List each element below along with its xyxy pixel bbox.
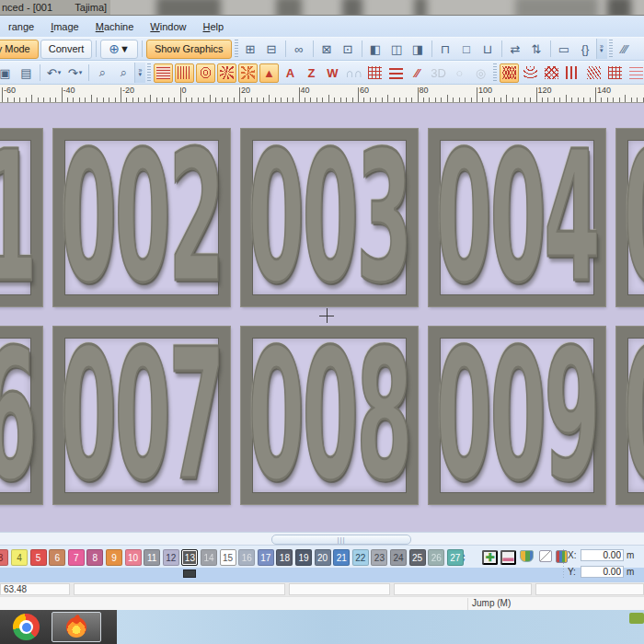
embroidery-patch-009[interactable]: 009 <box>429 327 605 504</box>
embroidery-patch-001[interactable]: 001 <box>0 129 42 306</box>
add-color-button[interactable]: ✚ <box>482 550 498 565</box>
hoop-button[interactable]: ⊕▼ <box>100 40 138 59</box>
embroidery-patch-010[interactable]: 010 <box>616 327 644 504</box>
hatch-lines-icon[interactable]: ∕∕∕ <box>615 40 635 59</box>
thread-color-swatch-15[interactable]: 15 <box>220 549 236 566</box>
thread-color-swatch-12[interactable]: 12 <box>163 549 179 566</box>
import-palette-button[interactable] <box>520 550 534 562</box>
thread-color-swatch-25[interactable]: 25 <box>409 549 426 566</box>
spacing-icon[interactable]: {} <box>576 40 595 59</box>
sequin-twin-icon[interactable]: ◎ <box>471 63 490 83</box>
tatami-fill-icon[interactable] <box>175 63 194 83</box>
thread-color-swatch-19[interactable]: 19 <box>295 549 312 566</box>
thread-color-swatch-24[interactable]: 24 <box>390 549 407 566</box>
cross-stitch-icon[interactable] <box>365 63 385 83</box>
align-top-icon[interactable]: ⊓ <box>436 40 455 59</box>
embroidery-mode-button[interactable]: ry Mode <box>0 40 39 59</box>
menu-item-range[interactable]: range <box>0 18 42 35</box>
align-right-icon[interactable]: ◨ <box>408 40 428 59</box>
embroidery-patch-008[interactable]: 008 <box>241 327 418 504</box>
thread-color-swatch-5[interactable]: 5 <box>30 549 47 566</box>
align-middle-icon[interactable]: □ <box>457 40 477 59</box>
stipple-stitch-icon[interactable] <box>386 63 406 83</box>
toolbar2-overflow-chevron[interactable]: »▾ <box>134 63 145 83</box>
paste-icon[interactable]: ▤ <box>17 63 36 83</box>
undo-icon[interactable]: ↶▾ <box>44 63 63 83</box>
thread-color-swatch-18[interactable]: 18 <box>276 549 293 566</box>
radial-fill-icon[interactable] <box>217 63 236 83</box>
remove-color-button[interactable]: ▬ <box>500 550 516 565</box>
sequin-icon[interactable]: ○ <box>450 63 469 83</box>
embroidery-patch-007[interactable]: 007 <box>53 327 230 504</box>
contour-stitch-icon[interactable]: ∕∕ <box>408 63 427 83</box>
chrome-taskbar-icon[interactable] <box>13 614 40 640</box>
distribute-h-icon[interactable]: ⇄ <box>506 40 525 59</box>
y-coordinate-input[interactable] <box>581 566 624 578</box>
curve-tool-icon[interactable]: ( <box>637 40 644 59</box>
embroidery-patch-002[interactable]: 002 <box>53 129 230 306</box>
run-stitch-icon[interactable]: ∩∩ <box>344 63 363 83</box>
show-graphics-button[interactable]: Show Graphics <box>146 40 232 59</box>
unlock-icon[interactable]: ⊡ <box>339 40 358 59</box>
thread-color-swatch-4[interactable]: 4 <box>11 549 28 566</box>
thread-color-swatch-17[interactable]: 17 <box>258 549 274 566</box>
design-canvas[interactable]: 001002003004005006007008009010 <box>0 103 644 532</box>
thread-color-swatch-13[interactable]: 13 <box>181 549 198 566</box>
copy-icon[interactable]: ▣ <box>0 63 15 83</box>
wave-fill-icon[interactable] <box>627 63 644 83</box>
lettering-fill-icon[interactable]: ▲ <box>259 63 279 83</box>
no-color-button[interactable] <box>539 550 552 562</box>
applique-icon[interactable]: Z <box>302 63 321 83</box>
redo-icon[interactable]: ↷▾ <box>65 63 85 83</box>
x-coordinate-input[interactable] <box>581 549 624 561</box>
thread-color-swatch-14[interactable]: 14 <box>201 549 217 566</box>
ungroup-icon[interactable]: ⊟ <box>262 40 282 59</box>
embroidery-patch-004[interactable]: 004 <box>429 129 605 306</box>
align-center-icon[interactable]: ◫ <box>387 40 407 59</box>
menu-item-window[interactable]: Window <box>142 18 194 35</box>
thread-color-swatch-16[interactable]: 16 <box>238 549 255 566</box>
align-left-icon[interactable]: ◧ <box>366 40 385 59</box>
embroidery-patch-003[interactable]: 003 <box>241 129 418 306</box>
thread-color-swatch-26[interactable]: 26 <box>428 549 444 566</box>
thread-color-swatch-6[interactable]: 6 <box>49 549 65 566</box>
motif-fill-icon[interactable] <box>196 63 215 83</box>
title-bar[interactable]: nced - [001 Tajima] <box>0 0 644 16</box>
grid-fill-icon[interactable] <box>605 63 625 83</box>
zigzag-stitch-icon[interactable]: W <box>323 63 342 83</box>
menu-item-help[interactable]: Help <box>194 18 232 35</box>
toolbar1-overflow-chevron[interactable]: »▾ <box>596 39 607 59</box>
thread-chart-button[interactable] <box>556 550 568 563</box>
zoom-icon[interactable]: ⌕ <box>93 63 112 83</box>
thread-color-swatch-23[interactable]: 23 <box>371 549 387 566</box>
thread-color-swatch-11[interactable]: 11 <box>144 549 160 566</box>
group-icon[interactable]: ⊞ <box>241 40 260 59</box>
thread-color-swatch-7[interactable]: 7 <box>68 549 85 566</box>
peak-fill-icon[interactable] <box>542 63 561 83</box>
thread-color-swatch-20[interactable]: 20 <box>315 549 331 566</box>
embroidery-app-taskbar-button[interactable] <box>52 612 101 642</box>
zigzag-fill-icon[interactable] <box>500 63 519 83</box>
lettering-outline-icon[interactable]: A <box>281 63 300 83</box>
align-bottom-icon[interactable]: ⊔ <box>478 40 498 59</box>
spiral-fill-icon[interactable] <box>238 63 258 83</box>
loop-fill-icon[interactable] <box>521 63 540 83</box>
pattern-stitch-icon[interactable] <box>154 63 173 83</box>
thread-color-swatch-27[interactable]: 27 <box>447 549 464 566</box>
lock-icon[interactable]: ⊠ <box>317 40 337 59</box>
link-icon[interactable]: ∞ <box>290 40 309 59</box>
scrollbar-thumb[interactable]: ||| <box>271 535 411 545</box>
zoom-previous-icon[interactable]: ⌕ <box>114 63 133 83</box>
thread-color-swatch-10[interactable]: 10 <box>125 549 142 566</box>
3d-effect-icon[interactable]: 3D <box>429 63 448 83</box>
bar-fill-icon[interactable] <box>563 63 582 83</box>
thread-color-swatch-22[interactable]: 22 <box>352 549 369 566</box>
thread-color-swatch-9[interactable]: 9 <box>106 549 122 566</box>
same-size-icon[interactable]: ▭ <box>555 40 574 59</box>
thread-color-swatch-3[interactable]: 3 <box>0 549 8 566</box>
embroidery-patch-006[interactable]: 006 <box>0 327 42 504</box>
thread-color-swatch-8[interactable]: 8 <box>86 549 103 566</box>
slant-fill-icon[interactable] <box>584 63 604 83</box>
distribute-v-icon[interactable]: ⇅ <box>527 40 546 59</box>
embroidery-patch-005[interactable]: 005 <box>616 129 644 306</box>
